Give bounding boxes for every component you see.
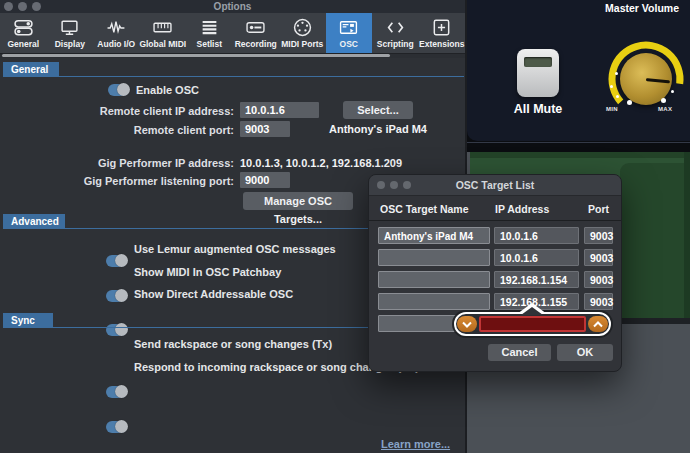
tab-label: General [7,39,39,49]
lemur-osc-label: Use Lemur augmented OSC messages [134,243,336,255]
knob-tick-dot [615,72,618,75]
rackspace-panel-edge-right [684,152,690,318]
tab-display[interactable]: Display [47,13,94,53]
all-mute-button[interactable] [517,49,559,97]
plus-icon [432,16,451,38]
remote-port-field[interactable]: 9003 [240,121,290,137]
tab-recording[interactable]: Recording [233,13,280,53]
rackspace-panel-edge [470,152,684,158]
direct-addressable-toggle[interactable] [106,324,127,336]
tab-setlist[interactable]: Setlist [186,13,233,53]
target-port-field[interactable]: 9003 [584,293,613,310]
toggles-icon [14,16,33,38]
target-name-field[interactable] [378,249,490,266]
tab-audio-io[interactable]: Audio I/O [93,13,140,53]
section-divider [3,76,464,77]
port-stepper-widget[interactable] [454,312,611,336]
target-ip-field[interactable]: 192.168.1.154 [494,271,579,288]
toggle-knob-icon [115,289,128,302]
knob-min-label: MIN [606,106,618,112]
toolbar-scrollbar-thumb[interactable] [2,54,390,57]
knob-tick-dot [616,95,619,98]
target-port-field[interactable]: 9003 [584,249,613,266]
toggle-knob-icon [115,254,128,267]
column-header-ip: IP Address [495,203,549,215]
waveform-icon [107,16,126,38]
lemur-osc-toggle[interactable] [106,255,127,267]
toggle-knob-icon [117,83,130,96]
target-ip-field[interactable]: 10.0.1.6 [494,227,579,244]
rackspace-inner-panel [620,163,684,318]
column-header-name: OSC Target Name [380,203,469,215]
options-toolbar: General Display Audio I/O Global MIDI [0,13,465,53]
toggle-knob-icon [115,420,128,433]
gp-port-field[interactable]: 9000 [240,172,290,188]
section-header-general: General [3,62,59,77]
tab-label: Scripting [377,39,414,49]
tab-scripting[interactable]: Scripting [372,13,419,53]
tab-label: MIDI Ports [281,39,323,49]
tab-osc[interactable]: OSC [326,13,373,53]
gp-port-label: Gig Performer listening port: [0,175,234,187]
remote-port-label: Remote client port: [0,124,234,136]
monitor-icon [60,16,79,38]
stepper-value-bar[interactable] [479,316,586,332]
screen: Master Volume All Mute MIN MAX Options G… [0,0,690,453]
code-icon [386,16,405,38]
osc-screen-icon [339,16,358,38]
select-button[interactable]: Select... [343,101,413,119]
cancel-button[interactable]: Cancel [488,344,551,361]
tab-midi-ports[interactable]: MIDI Ports [279,13,326,53]
manage-osc-targets-button[interactable]: Manage OSC Targets... [243,192,353,210]
show-midi-patchbay-label: Show MIDI In OSC Patchbay [134,266,281,278]
panel-divider [467,142,690,143]
remote-ip-field[interactable]: 10.0.1.6 [240,102,319,118]
knob-tick-dot [671,90,674,93]
client-device-name: Anthony's iPad M4 [328,123,428,135]
show-midi-patchbay-toggle[interactable] [106,290,127,302]
gp-ip-value: 10.0.1.3, 10.0.1.2, 192.168.1.209 [240,157,402,169]
enable-osc-label: Enable OSC [136,84,199,96]
header-separator [369,220,621,221]
stepper-decrement-button[interactable] [457,316,477,332]
list-icon [200,16,219,38]
send-changes-toggle[interactable] [106,386,127,398]
window-title: Options [0,1,465,12]
respond-changes-toggle[interactable] [106,421,127,433]
knob-max-dot [661,98,666,103]
direct-addressable-label: Show Direct Addressable OSC [134,288,293,300]
chevron-down-icon [461,320,473,329]
target-name-field[interactable] [378,293,490,310]
enable-osc-toggle[interactable] [108,84,129,96]
tab-extensions[interactable]: Extensions [419,13,466,53]
dialog-title: OSC Target List [369,179,621,191]
tab-label: Recording [235,39,277,49]
all-mute-label: All Mute [498,102,578,116]
tab-general[interactable]: General [0,13,47,53]
piano-icon [153,16,172,38]
stepper-increment-button[interactable] [588,316,608,332]
ok-button[interactable]: OK [557,344,613,361]
mute-button-screen [524,57,552,67]
tab-label: Extensions [419,39,464,49]
osc-target-list-dialog: OSC Target List OSC Target Name IP Addre… [368,174,622,372]
section-header-sync: Sync [3,313,53,328]
target-port-field[interactable]: 9003 [584,227,613,244]
tab-label: OSC [340,39,358,49]
rec-icon [246,16,265,38]
tab-label: Display [55,39,85,49]
tab-global-midi[interactable]: Global MIDI [140,13,187,53]
midi-din-icon [293,16,312,38]
column-header-port: Port [588,203,609,215]
target-name-field[interactable]: Anthony's iPad M4 [378,227,490,244]
learn-more-link[interactable]: Learn more... [381,438,450,450]
target-ip-field[interactable]: 10.0.1.6 [494,249,579,266]
gp-ip-label: Gig Performer IP address: [0,157,234,169]
tab-label: Global MIDI [139,39,186,49]
send-changes-label: Send rackspace or song changes (Tx) [134,338,332,350]
knob-max-label: MAX [658,106,672,112]
target-port-field[interactable]: 9003 [584,271,613,288]
remote-ip-label: Remote client IP address: [0,105,234,117]
toggle-knob-icon [115,323,128,336]
target-name-field[interactable] [378,271,490,288]
